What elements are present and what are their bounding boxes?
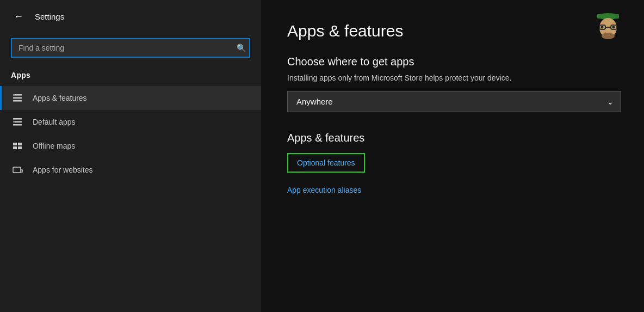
- sidebar-item-label-apps-features: Apps & features: [33, 94, 87, 102]
- default-apps-icon: [11, 117, 24, 127]
- svg-rect-9: [18, 143, 22, 145]
- search-icon-button[interactable]: 🔍: [237, 44, 246, 52]
- back-arrow-icon: ←: [14, 11, 23, 22]
- sidebar-item-label-offline-maps: Offline maps: [33, 142, 75, 150]
- search-wrapper: 🔍: [11, 38, 250, 58]
- app-source-dropdown[interactable]: Anywhere Anywhere, but warn me before in…: [287, 91, 621, 112]
- sidebar-item-apps-websites[interactable]: Apps for websites: [0, 158, 261, 182]
- svg-rect-4: [13, 118, 22, 120]
- optional-features-link[interactable]: Optional features: [287, 153, 365, 173]
- offline-maps-icon: [11, 140, 24, 151]
- svg-rect-1: [13, 97, 22, 99]
- svg-rect-11: [18, 146, 22, 149]
- search-input[interactable]: [11, 38, 250, 58]
- avatar-image: [592, 9, 624, 41]
- dropdown-wrapper: Anywhere Anywhere, but warn me before in…: [287, 91, 621, 112]
- sidebar: ← Settings 🔍 Apps Apps & features: [0, 0, 261, 312]
- choose-heading: Choose where to get apps: [287, 56, 618, 68]
- sidebar-nav: Apps & features Default apps: [0, 86, 261, 182]
- svg-point-19: [601, 26, 604, 29]
- app-execution-aliases-link[interactable]: App execution aliases: [287, 185, 618, 195]
- sidebar-item-default-apps[interactable]: Default apps: [0, 110, 261, 134]
- svg-rect-14: [597, 14, 619, 19]
- svg-point-21: [602, 33, 615, 39]
- choose-description: Installing apps only from Microsoft Stor…: [287, 74, 618, 82]
- section-label: Apps: [0, 66, 261, 86]
- sidebar-title: Settings: [35, 12, 64, 21]
- svg-rect-12: [13, 167, 21, 173]
- svg-rect-10: [13, 146, 17, 149]
- search-container: 🔍: [0, 33, 261, 66]
- svg-rect-8: [13, 143, 17, 145]
- svg-rect-6: [13, 124, 22, 126]
- apps-features-subheading: Apps & features: [287, 132, 618, 144]
- main-content: Apps & features Choose where to get apps…: [261, 0, 644, 312]
- sidebar-header: ← Settings: [0, 0, 261, 33]
- svg-rect-3: [13, 94, 15, 96]
- sidebar-item-apps-features[interactable]: Apps & features: [0, 86, 261, 110]
- back-button[interactable]: ←: [11, 9, 26, 24]
- svg-rect-2: [13, 100, 22, 102]
- apps-websites-icon: [11, 164, 24, 175]
- svg-rect-7: [13, 121, 15, 123]
- svg-point-20: [612, 26, 615, 29]
- sidebar-item-label-apps-websites: Apps for websites: [33, 166, 93, 174]
- search-icon: 🔍: [237, 44, 246, 52]
- sidebar-item-offline-maps[interactable]: Offline maps: [0, 134, 261, 158]
- avatar: [592, 9, 624, 41]
- apps-features-icon: [11, 93, 24, 103]
- page-title: Apps & features: [287, 22, 618, 40]
- optional-features-container: Optional features: [287, 153, 618, 178]
- sidebar-item-label-default-apps: Default apps: [33, 118, 76, 126]
- app-execution-aliases-container: App execution aliases: [287, 185, 618, 195]
